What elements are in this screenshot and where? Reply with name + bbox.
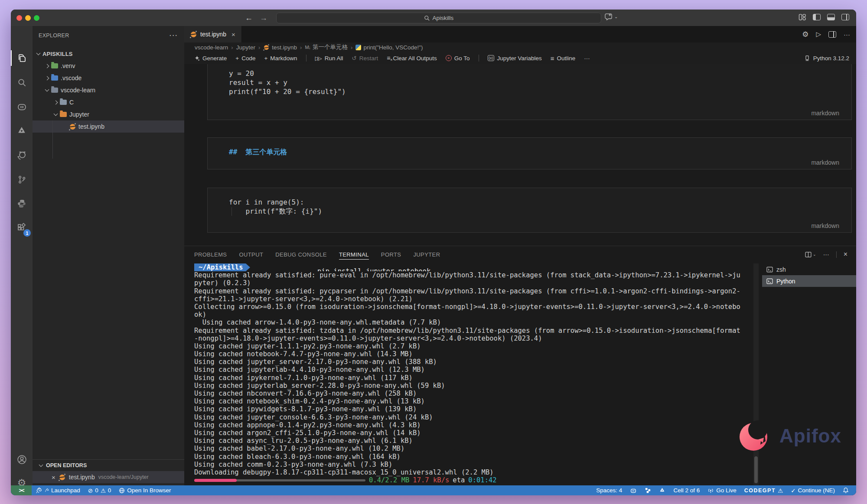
forward-icon[interactable]: → [260, 13, 267, 23]
cell-code[interactable]: for i in range(5): print(f"数字: {i}") [229, 198, 851, 216]
cell-code[interactable]: ## 第三个单元格 [229, 147, 851, 156]
tree-item-c[interactable]: C [33, 96, 184, 108]
robot-status-icon[interactable] [626, 485, 641, 495]
editor-more-icon[interactable]: ··· [844, 31, 850, 38]
add-code-cell-button[interactable]: +Code [235, 55, 255, 62]
run-all-button[interactable]: ▷▷Run All [315, 55, 343, 62]
tree-item-apiskills[interactable]: APISKILLS [33, 48, 184, 60]
jupyter-variables-button[interactable]: (x)Jupyter Variables [488, 55, 542, 62]
problems-status-item[interactable]: ⊘0 ⚠0 [84, 485, 115, 495]
toggle-panel-icon[interactable] [827, 14, 835, 20]
pinwheel-status-icon[interactable] [655, 485, 669, 495]
breadcrumb-label: vscode-learn [195, 44, 228, 51]
panel-tab-output[interactable]: OUTPUT [239, 246, 263, 263]
continue-status-item[interactable]: ✓ Continue (NE) [787, 485, 839, 495]
open-in-browser-status-item[interactable]: Open In Browser [115, 485, 175, 495]
terminal-line: Using cached async_lru-2.0.5-py3-none-an… [194, 437, 753, 445]
clear-all-outputs-button[interactable]: ≡×Clear All Outputs [387, 55, 437, 62]
cell-language-label[interactable]: markdown [811, 159, 839, 166]
chevron-down-icon: ⌄ [813, 252, 816, 257]
terminal-output[interactable]: ~/Apiskills (3.10.0) pip install jupyter… [194, 263, 753, 485]
notebook-cell-1[interactable]: y = 20 result = x + y print(f"10 + 20 = … [207, 64, 852, 120]
chevron-down-icon [36, 51, 41, 55]
toolbar-more-icon[interactable]: ··· [584, 55, 590, 62]
notebook-cell-2[interactable]: ## 第三个单元格 markdown [207, 137, 852, 169]
split-terminal-button[interactable]: ⌄ [805, 252, 816, 257]
notebook-cell-3[interactable]: for i in range(5): print(f"数字: {i}") mar… [207, 188, 852, 233]
remote-indicator[interactable]: >< [11, 485, 32, 495]
panel-tab-ports[interactable]: PORTS [381, 246, 401, 263]
breadcrumb-item[interactable]: M↓第一个单元格 [305, 43, 348, 51]
copilot-menu[interactable]: ⌄ [605, 13, 618, 20]
breadcrumb-item[interactable]: test.ipynb [263, 44, 297, 51]
minimize-window-button[interactable] [25, 15, 31, 21]
generate-button[interactable]: Generate [194, 55, 227, 62]
spaces-status-item[interactable]: Spaces: 4 [592, 485, 626, 495]
cell-position-status-item[interactable]: Cell 2 of 6 [669, 485, 704, 495]
open-editors-header[interactable]: OPEN EDITORS [33, 460, 184, 471]
terminal-session-python[interactable]: Python [762, 275, 856, 287]
tab-test-ipynb[interactable]: test.ipynb × [184, 26, 242, 42]
blocks-status-icon[interactable] [641, 485, 655, 495]
toggle-primary-sidebar-icon[interactable] [813, 14, 821, 20]
kernel-picker[interactable]: Python 3.12.2 [804, 52, 849, 64]
tab-close-icon[interactable]: × [231, 31, 235, 38]
codegpt-status-item[interactable]: CODEGPT ⚠ [740, 485, 787, 495]
copilot-chat-icon[interactable] [11, 98, 33, 115]
search-activity-icon[interactable] [11, 74, 33, 91]
panel-tab-jupyter[interactable]: JUPYTER [413, 246, 440, 263]
go-live-status-item[interactable]: Go Live [704, 485, 740, 495]
source-control-icon[interactable] [11, 171, 33, 188]
panel-tab-problems[interactable]: PROBLEMS [194, 246, 227, 263]
terminal-line: Using cached jupyterlab_server-2.28.0-py… [194, 382, 753, 390]
github-pull-requests-icon[interactable] [11, 146, 33, 164]
explorer-icon[interactable] [11, 49, 33, 67]
add-markdown-cell-button[interactable]: +Markdown [264, 55, 297, 62]
tree-item-test-ipynb[interactable]: test.ipynb [33, 120, 184, 133]
scrollbar-thumb[interactable] [754, 456, 758, 483]
customize-layout-icon[interactable] [799, 14, 806, 20]
tree-item-vscode-learn[interactable]: vscode-learn [33, 84, 184, 96]
tree-item-jupyter[interactable]: Jupyter [33, 108, 184, 120]
open-editor-item[interactable]: × test.ipynb vscode-learn/Jupyter [33, 471, 184, 483]
go-to-button[interactable]: ×Go To [446, 55, 470, 62]
panel-tab-terminal[interactable]: TERMINAL [339, 246, 369, 263]
close-icon[interactable]: × [52, 474, 55, 481]
tree-item--venv[interactable]: .venv [33, 60, 184, 72]
zoom-window-button[interactable] [34, 15, 39, 21]
jupyter-file-icon [69, 124, 76, 130]
split-editor-icon[interactable] [828, 31, 836, 38]
panel-tab-debug-console[interactable]: DEBUG CONSOLE [275, 246, 327, 263]
pinwheel-extension-icon[interactable] [11, 122, 33, 140]
breadcrumb-item[interactable]: vscode-learn [195, 44, 228, 51]
terminal-session-zsh[interactable]: zsh [762, 263, 856, 275]
apifox-brand-text: Apifox [779, 425, 841, 447]
extensions-icon[interactable]: 1 [11, 219, 33, 237]
panel-more-icon[interactable]: ··· [823, 251, 829, 258]
breadcrumb: vscode-learn›Jupyter›test.ipynb›M↓第一个单元格… [184, 42, 856, 52]
back-icon[interactable]: ← [245, 13, 253, 23]
vscode-window: ← → Apiskills ⌄ [11, 10, 856, 495]
notebook-settings-gear-icon[interactable]: ⚙ [802, 30, 808, 39]
accounts-icon[interactable] [11, 451, 33, 468]
outline-button[interactable]: ≡Outline [551, 55, 576, 62]
cell-language-label[interactable]: markdown [811, 110, 839, 117]
tree-item--vscode[interactable]: .vscode [33, 72, 184, 84]
breadcrumb-separator: › [351, 44, 352, 51]
terminal-icon [766, 278, 773, 284]
command-center-search[interactable]: Apiskills [276, 13, 601, 23]
close-panel-icon[interactable]: × [844, 250, 847, 258]
cell-code[interactable]: y = 20 result = x + y print(f"10 + 20 = … [229, 69, 851, 96]
cell-language-label[interactable]: markdown [811, 222, 839, 229]
kernel-label: Python 3.12.2 [813, 55, 849, 62]
breadcrumb-item[interactable]: print("Hello, VSCode!") [355, 44, 423, 51]
close-window-button[interactable] [16, 15, 22, 21]
restart-button[interactable]: ↺Restart [352, 55, 378, 62]
toggle-secondary-sidebar-icon[interactable] [841, 14, 849, 20]
launchpad-status-item[interactable]: Launchpad [32, 485, 84, 495]
explorer-more-icon[interactable]: ··· [169, 32, 178, 39]
notifications-status-item[interactable] [839, 485, 853, 495]
run-icon[interactable]: ▷ [816, 30, 821, 38]
python-activity-icon[interactable] [11, 195, 33, 212]
breadcrumb-item[interactable]: Jupyter [236, 44, 255, 51]
